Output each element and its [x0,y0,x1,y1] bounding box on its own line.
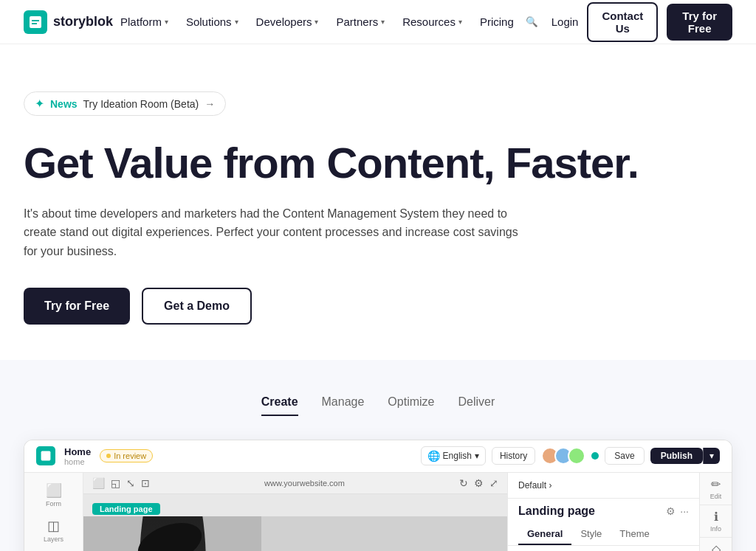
publish-chevron-icon: ▾ [709,451,714,461]
app-right-container: Default › Landing page ⚙ ··· General [507,473,732,551]
news-tag: News [50,98,78,110]
sidebar-layers[interactable]: ◫ Layers [38,514,70,547]
app-body: ⬜ Form ◫ Layers ⊞ Content ⬜ ◱ [24,473,732,551]
canvas-figure-area [83,516,261,551]
search-button[interactable]: 🔍 [521,12,543,32]
panel-info-icon-btn[interactable]: ℹ Info [700,505,732,538]
app-status-dot [106,454,111,458]
panel-title-row: Landing page ⚙ ··· [508,499,699,518]
canvas-url[interactable]: www.yourwebsite.com [150,479,459,488]
app-sidebar: ⬜ Form ◫ Layers ⊞ Content [24,473,83,551]
sidebar-form-label: Form [46,500,61,507]
tab-deliver[interactable]: Deliver [458,395,495,416]
app-canvas: ⬜ ◱ ⤡ ⊡ www.yourwebsite.com ↻ ⚙ ⤢ Landin… [83,473,507,551]
navigation: storyblok Platform ▾ Solutions ▾ Develop… [0,0,756,44]
app-topbar: Home home In review 🌐 English ▾ History [24,440,732,473]
hero-title: Get Value from Content, Faster. [24,139,641,187]
sidebar-form[interactable]: ⬜ Form [38,479,70,511]
news-badge-arrow-icon: → [205,98,215,110]
hero-subtitle: It's about time developers and marketers… [24,204,526,261]
app-screenshot: Home home In review 🌐 English ▾ History [24,440,732,551]
nav-right: 🔍 Login Contact Us Try for Free [521,2,732,42]
panel-tab-theme[interactable]: Theme [611,524,658,545]
nav-links: Platform ▾ Solutions ▾ Developers ▾ Part… [113,11,521,32]
app-logo-icon [36,446,55,465]
app-topbar-left: Home home In review [36,446,153,466]
platform-chevron-icon: ▾ [165,18,168,26]
app-save-button[interactable]: Save [605,447,644,465]
svg-rect-2 [32,23,37,24]
app-history-button[interactable]: History [492,447,535,465]
canvas-icon-4[interactable]: ⊡ [141,477,150,489]
logo-svg [28,15,43,30]
svg-rect-1 [32,20,39,21]
app-right-panel: Default › Landing page ⚙ ··· General [507,473,699,551]
app-status-text: In review [114,451,146,460]
app-publish-dropdown-button[interactable]: ▾ [703,448,720,464]
canvas-landing-tag: Landing page [92,503,160,515]
panel-tab-style[interactable]: Style [571,524,611,545]
panel-tab-general[interactable]: General [518,524,571,545]
panel-body: Title * ✎ ⚙ 💬 [508,546,699,551]
canvas-bar-right: ↻ ⚙ ⤢ [459,477,498,489]
nav-resources[interactable]: Resources ▾ [395,11,470,32]
svg-rect-3 [41,451,51,461]
product-section: Create Manage Optimize Deliver Home home… [0,360,756,551]
canvas-icon-3[interactable]: ⤡ [126,477,135,489]
product-tabs: Create Manage Optimize Deliver [24,395,732,416]
app-page-path: home [64,457,91,466]
try-free-button[interactable]: Try for Free [667,4,732,41]
app-publish-button[interactable]: Publish [650,448,703,464]
panel-title-icons: ⚙ ··· [666,505,689,517]
canvas-icon-1[interactable]: ⬜ [92,477,105,489]
app-topbar-right: 🌐 English ▾ History Save Publish ▾ [421,446,720,465]
partners-chevron-icon: ▾ [381,18,385,26]
app-status-badge: In review [100,449,153,462]
workflow-icon: ◇ [712,542,721,551]
panel-page-title: Landing page [518,505,595,518]
nav-solutions[interactable]: Solutions ▾ [179,11,246,32]
canvas-refresh-icon[interactable]: ↻ [459,477,468,489]
globe-icon: 🌐 [427,450,440,462]
logo-icon [24,10,47,34]
breadcrumb-separator: › [549,480,551,491]
contact-button[interactable]: Contact Us [587,2,658,42]
panel-settings-icon[interactable]: ⚙ [666,505,676,517]
canvas-image-area: OUR MOST POPULAR CATEGORIES [83,516,507,551]
search-icon: 🔍 [526,16,538,27]
login-link[interactable]: Login [551,15,579,28]
nav-developers[interactable]: Developers ▾ [249,11,326,32]
canvas-icon-2[interactable]: ◱ [111,477,120,489]
spark-icon: ✦ [35,97,44,111]
form-icon: ⬜ [46,482,62,499]
nav-pricing[interactable]: Pricing [472,11,521,32]
sidebar-layers-label: Layers [44,536,63,543]
nav-partners[interactable]: Partners ▾ [329,11,392,32]
canvas-settings-icon[interactable]: ⚙ [474,477,484,489]
layers-icon: ◫ [47,518,60,534]
panel-breadcrumb: Default › [518,480,551,491]
tab-manage[interactable]: Manage [322,395,365,416]
solutions-chevron-icon: ▾ [235,18,238,26]
panel-right-icons: ✏ Edit ℹ Info ◇ Workflow [699,473,732,551]
news-badge[interactable]: ✦ News Try Ideation Room (Beta) → [24,91,226,116]
panel-more-icon[interactable]: ··· [680,505,689,517]
app-language-selector[interactable]: 🌐 English ▾ [421,446,486,465]
panel-edit-icon-btn[interactable]: ✏ Edit [700,473,732,505]
tab-optimize[interactable]: Optimize [388,395,434,416]
tab-create[interactable]: Create [261,395,298,416]
info-icon: ℹ [714,510,718,524]
logo[interactable]: storyblok [24,10,113,34]
avatar-3 [568,447,585,465]
app-lang-label: English [443,451,472,461]
nav-platform[interactable]: Platform ▾ [113,11,176,32]
hero-try-free-button[interactable]: Try for Free [24,288,130,325]
hero-buttons: Try for Free Get a Demo [24,288,641,325]
canvas-toolbar: ⬜ ◱ ⤡ ⊡ www.yourwebsite.com ↻ ⚙ ⤢ [83,473,507,494]
app-online-indicator [591,452,599,460]
panel-workflow-icon-btn[interactable]: ◇ Workflow [700,538,732,551]
canvas-expand-icon[interactable]: ⤢ [489,477,498,489]
app-page-name: Home [64,446,91,457]
app-page-info: Home home [64,446,91,466]
hero-demo-button[interactable]: Get a Demo [142,288,252,325]
